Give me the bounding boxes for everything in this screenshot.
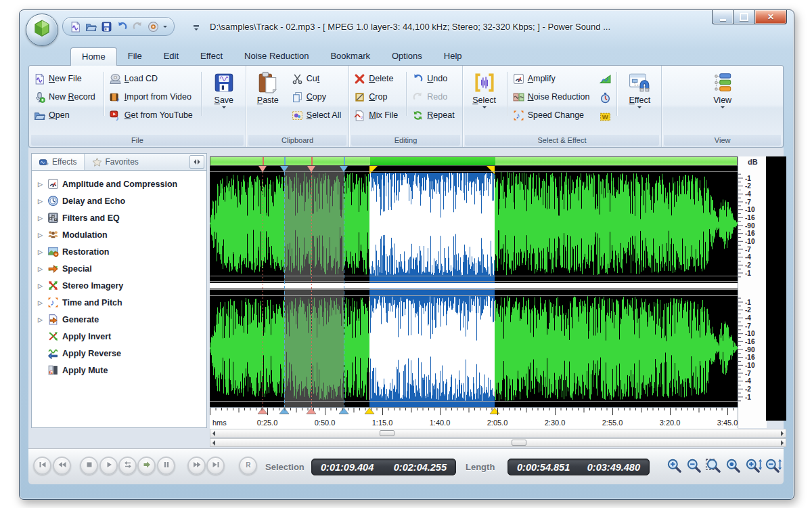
import-from-video-button[interactable]: ♪Import from Video <box>107 89 198 105</box>
record-button[interactable]: R <box>239 457 257 475</box>
view-button[interactable]: View <box>702 69 743 110</box>
rewind-button[interactable] <box>53 457 71 475</box>
stop-button[interactable] <box>80 457 98 475</box>
qat-overflow-icon[interactable] <box>192 22 200 30</box>
tree-item-modulation[interactable]: ▷Modulation <box>32 226 206 243</box>
expander-icon[interactable]: ▷ <box>37 232 44 238</box>
save-button[interactable]: Save <box>204 69 244 110</box>
waveform-overview-bar[interactable] <box>210 156 738 166</box>
expander-icon[interactable]: ▷ <box>37 249 44 255</box>
timeline-ruler[interactable]: hms0:25.00:50.01:15.01:40.02:05.02:30.02… <box>210 407 738 429</box>
zoom-100-button[interactable] <box>725 457 742 475</box>
scroll-right-icon[interactable] <box>781 431 784 436</box>
horizontal-scrollbar-2[interactable] <box>210 438 786 447</box>
play-button[interactable] <box>99 457 118 475</box>
mix-file-button[interactable]: ♪Mix File <box>351 107 403 123</box>
tab-home[interactable]: Home <box>70 47 117 66</box>
loop-button[interactable] <box>118 457 137 475</box>
tab-file[interactable]: File <box>117 47 153 66</box>
play-selection-button[interactable] <box>137 457 156 475</box>
expander-icon[interactable]: ▷ <box>37 266 44 272</box>
tree-item-amplitude-and-compression[interactable]: ▷Amplitude and Compression <box>32 175 206 192</box>
zoom-vertical-in-button[interactable] <box>744 457 762 475</box>
overview-selected-range[interactable] <box>370 157 495 165</box>
qat-redo-button[interactable] <box>132 21 143 33</box>
zoom-in-button[interactable] <box>666 457 683 475</box>
delete-button[interactable]: Delete <box>351 70 403 87</box>
qat-open-button[interactable] <box>85 21 97 33</box>
cut-button[interactable]: Cut <box>289 70 346 87</box>
get-from-youtube-button[interactable]: ♪Get from YouTube <box>107 107 198 123</box>
qat-undo-button[interactable] <box>116 21 128 33</box>
select-button[interactable]: Select <box>464 69 505 110</box>
ribbon: New File New Record Open Load CD ♪Import… <box>28 65 784 148</box>
application-menu-button[interactable] <box>26 14 58 46</box>
new-file-button[interactable]: New File <box>31 70 101 87</box>
load-cd-button[interactable]: Load CD <box>107 70 198 87</box>
tab-effect[interactable]: Effect <box>189 47 233 66</box>
tree-item-apply-reverse[interactable]: Apply Reverse <box>32 345 206 362</box>
speed-change-button[interactable]: ♪Speed Change <box>510 107 595 123</box>
qat-save-button[interactable] <box>101 21 112 33</box>
tab-bookmark[interactable]: Bookmark <box>319 47 381 66</box>
open-button[interactable]: Open <box>31 107 101 123</box>
scroll-right-icon[interactable] <box>781 440 784 446</box>
fade-button[interactable] <box>596 70 614 87</box>
undo-button[interactable]: Undo <box>409 70 459 87</box>
scrollbar-thumb[interactable] <box>512 440 526 446</box>
expander-icon[interactable]: ▷ <box>37 316 44 323</box>
expander-icon[interactable]: ▷ <box>37 282 44 289</box>
zoom-selection-button[interactable] <box>705 457 723 475</box>
skip-end-button[interactable] <box>206 457 225 475</box>
tree-item-time-and-pitch[interactable]: ▷♪Time and Pitch <box>32 294 206 311</box>
scroll-left-icon[interactable] <box>212 440 215 446</box>
noise-reduction-button[interactable]: Noise Reduction <box>510 89 595 105</box>
scroll-left-icon[interactable] <box>212 431 215 436</box>
tree-item-delay-and-echo[interactable]: ▷Delay and Echo <box>32 192 206 209</box>
paste-button[interactable]: Paste <box>248 69 288 105</box>
timer-button[interactable] <box>596 89 614 106</box>
tree-item-apply-invert[interactable]: Apply Invert <box>32 328 206 345</box>
tree-item-apply-mute[interactable]: PApply Mute <box>32 362 206 379</box>
effect-button[interactable]: Effect <box>619 69 660 110</box>
skip-start-button[interactable] <box>33 457 51 475</box>
tree-item-restoration[interactable]: ▷Restoration <box>32 243 206 260</box>
tab-edit[interactable]: Edit <box>153 47 189 66</box>
svg-text:-16: -16 <box>745 214 755 221</box>
tab-noise-reduction[interactable]: Noise Reduction <box>233 47 319 66</box>
copy-button[interactable]: Copy <box>289 89 346 105</box>
pause-button[interactable] <box>157 457 175 475</box>
expander-icon[interactable]: ▷ <box>37 181 44 188</box>
maximize-button[interactable] <box>734 10 755 24</box>
tree-item-filters-and-eq[interactable]: ▷Filters and EQ <box>32 209 206 226</box>
tab-help[interactable]: Help <box>433 47 473 66</box>
close-button[interactable]: ✕ <box>755 10 787 24</box>
tree-item-special[interactable]: ▷Special <box>32 260 206 277</box>
waveform-canvas[interactable] <box>210 166 738 407</box>
zoom-out-button[interactable] <box>685 457 703 475</box>
select-all-button[interactable]: Select All <box>289 107 346 123</box>
tree-item-generate[interactable]: ▷Generate <box>32 311 206 328</box>
tree-item-stereo-imagery[interactable]: ▷Stereo Imagery <box>32 277 206 294</box>
zoom-vertical-out-button[interactable] <box>764 457 782 475</box>
level-meter-strip <box>766 156 786 421</box>
new-record-button[interactable]: New Record <box>31 89 101 105</box>
amplify-button[interactable]: Amplify <box>510 70 595 87</box>
sidebar-tab-favorites[interactable]: Favorites <box>85 154 145 170</box>
qat-new-file-button[interactable] <box>70 21 81 33</box>
expander-icon[interactable]: ▷ <box>37 198 44 205</box>
scrollbar-thumb[interactable] <box>380 430 394 436</box>
fast-forward-button[interactable] <box>187 457 206 475</box>
horizontal-scrollbar-1[interactable] <box>210 429 786 438</box>
tab-options[interactable]: Options <box>381 47 433 66</box>
crop-button[interactable]: Crop <box>351 89 403 105</box>
qat-dropdown-icon[interactable] <box>163 26 167 30</box>
sidebar-tab-effects[interactable]: ♪Effects <box>32 154 85 170</box>
sidebar-panes-button[interactable] <box>189 155 204 169</box>
repeat-button[interactable]: Repeat <box>409 107 459 123</box>
qat-burn-cd-button[interactable] <box>148 21 159 33</box>
minimize-button[interactable] <box>712 10 734 24</box>
watermark-button[interactable]: W <box>596 108 614 125</box>
expander-icon[interactable]: ▷ <box>37 215 44 221</box>
expander-icon[interactable]: ▷ <box>37 299 44 306</box>
